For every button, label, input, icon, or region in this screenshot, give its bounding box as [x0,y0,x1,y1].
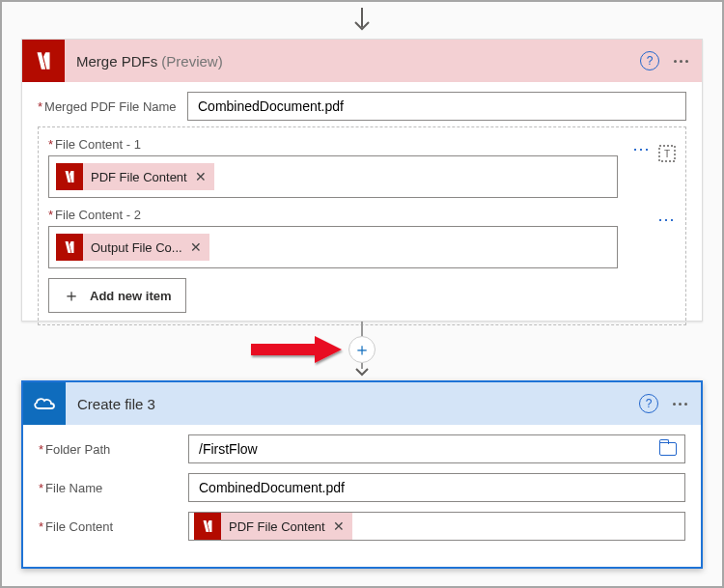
file-name-value[interactable] [197,479,677,496]
add-new-item-button[interactable]: ＋ Add new item [48,278,186,313]
folder-path-value[interactable] [197,440,654,458]
help-icon[interactable]: ? [639,394,658,413]
field-file-name: *File Name [39,473,685,502]
token-remove-icon[interactable]: ✕ [190,239,202,255]
field-label: File Content [45,519,113,534]
token-label: PDF File Content [91,170,187,184]
card-header[interactable]: Create file 3 ? [23,382,701,425]
token-label: PDF File Content [229,519,325,534]
onedrive-icon [23,382,66,425]
card-title: Merge PDFs (Preview) [76,53,640,70]
file-content-input[interactable]: PDF File Content ✕ [188,512,685,541]
arrow-down-icon [353,363,371,380]
action-card-merge-pdfs[interactable]: Merge PDFs (Preview) ? *Merged PDF File … [21,39,703,322]
folder-path-input[interactable] [188,434,685,463]
card-body: *Folder Path *File Name *File Content [23,425,701,560]
card-header[interactable]: Merge PDFs (Preview) ? [22,40,702,82]
file-name-input[interactable] [188,473,685,502]
flow-canvas: Merge PDFs (Preview) ? *Merged PDF File … [0,0,724,588]
token-remove-icon[interactable]: ✕ [195,169,207,184]
adobe-icon [56,234,83,261]
merged-pdf-name-value[interactable] [196,98,678,115]
token-remove-icon[interactable]: ✕ [333,518,345,534]
token-pdf-file-content[interactable]: PDF File Content ✕ [194,513,352,540]
file-content-2-row: *File Content - 2 Output File Co... ✕ [48,208,676,268]
action-card-create-file[interactable]: Create file 3 ? *Folder Path *File Name [21,380,703,569]
adobe-icon [194,513,221,540]
file-content-2-input[interactable]: Output File Co... ✕ [48,226,618,268]
token-label: Output File Co... [91,240,182,255]
token-output-file-content[interactable]: Output File Co... ✕ [56,234,209,261]
field-label: File Content - 1 [55,137,141,152]
annotation-red-arrow [249,332,346,370]
field-menu-icon[interactable]: ⋯ [657,215,676,223]
add-new-item-label: Add new item [90,289,172,303]
insert-step-button[interactable]: ＋ [348,336,376,363]
card-body: *Merged PDF File Name *File Content - 1 [22,82,702,335]
plus-icon: ＋ [63,284,80,307]
field-folder-path: *Folder Path [39,434,685,463]
svg-text:T: T [664,149,670,159]
help-icon[interactable]: ? [640,51,659,70]
svg-marker-4 [315,336,342,363]
field-file-content: *File Content PDF File Content ✕ [39,512,685,541]
folder-picker-icon[interactable] [659,442,677,456]
card-title: Create file 3 [77,396,639,412]
field-label: Folder Path [45,442,110,457]
arrow-down-icon [351,8,373,35]
file-content-array: *File Content - 1 PDF File Content ✕ [38,126,686,325]
field-label: File Content - 2 [55,208,141,222]
token-pdf-file-content[interactable]: PDF File Content ✕ [56,163,214,190]
svg-rect-3 [251,344,315,355]
switch-to-array-icon[interactable]: T [658,145,676,165]
more-menu-icon[interactable] [669,51,692,70]
field-merged-pdf-name: *Merged PDF File Name [38,92,686,121]
field-menu-icon[interactable]: ⋯ [632,145,651,165]
adobe-icon [22,40,65,82]
adobe-icon [56,163,83,190]
more-menu-icon[interactable] [668,394,691,413]
field-label: Merged PDF File Name [44,99,177,114]
connector-line [361,322,363,336]
file-content-1-row: *File Content - 1 PDF File Content ✕ [48,137,676,198]
field-label: File Name [45,481,102,495]
merged-pdf-name-input[interactable] [187,92,686,121]
file-content-1-input[interactable]: PDF File Content ✕ [48,155,618,198]
